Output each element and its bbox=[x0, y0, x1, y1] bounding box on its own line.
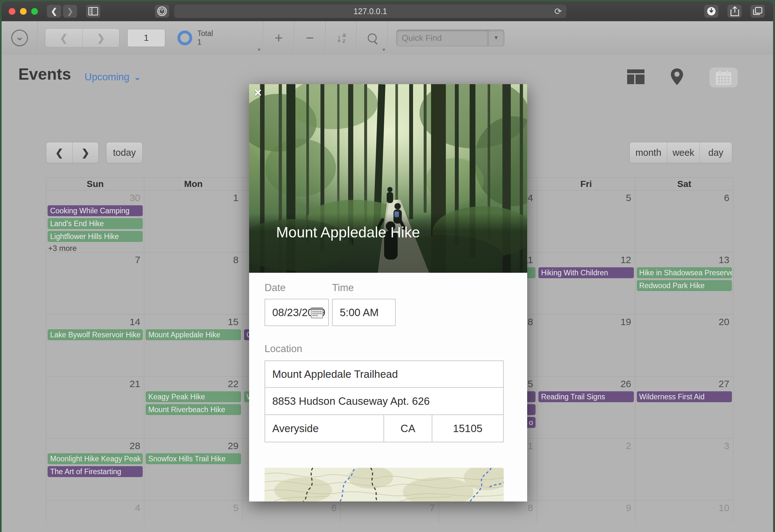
browser-window: ❮ ❯ 127.0.0.1 ⟳ bbox=[2, 1, 773, 532]
calendar-next-button[interactable]: ❯ bbox=[73, 142, 99, 163]
view-week-button[interactable]: week bbox=[667, 142, 699, 163]
quick-find-input[interactable] bbox=[397, 30, 488, 46]
calendar-event[interactable]: Land's End Hike bbox=[48, 218, 143, 229]
record-number-field[interactable] bbox=[127, 29, 165, 47]
filter-upcoming-dropdown[interactable]: Upcoming ⌄ bbox=[85, 71, 141, 83]
sidebar-toggle-button[interactable] bbox=[86, 5, 100, 18]
location-label: Location bbox=[264, 343, 302, 355]
minimize-window-button[interactable] bbox=[20, 8, 27, 15]
view-day-button[interactable]: day bbox=[699, 142, 732, 163]
calendar-day-cell[interactable]: 9 bbox=[537, 501, 635, 523]
calendar-day-cell[interactable]: 5 bbox=[144, 501, 242, 523]
calendar-day-cell[interactable]: 7 bbox=[341, 501, 439, 523]
calendar-day-cell[interactable]: 13Hike in Shadowsea PreserveRedwood Park… bbox=[636, 253, 734, 315]
today-label: today bbox=[113, 147, 136, 158]
browser-back-button[interactable]: ❮ bbox=[47, 5, 61, 18]
previous-record-button[interactable]: ❮ bbox=[45, 29, 83, 47]
downloads-button[interactable] bbox=[704, 5, 718, 18]
calendar-event[interactable]: Redwood Park Hike bbox=[637, 280, 732, 291]
extension-button[interactable] bbox=[155, 5, 169, 18]
calendar-day-cell[interactable]: 7 bbox=[46, 253, 144, 315]
calendar-view-button[interactable] bbox=[709, 67, 738, 87]
calendar-day-cell[interactable]: 28Moonlight Hike Keagy PeakThe Art of Fi… bbox=[46, 439, 144, 501]
next-record-button[interactable]: ❯ bbox=[83, 29, 120, 47]
calendar-day-cell[interactable]: 29Snowfox Hills Trail Hike bbox=[144, 439, 242, 501]
day-number: 14 bbox=[46, 315, 144, 329]
calendar-event[interactable]: Cooking While Camping bbox=[48, 205, 143, 216]
calendar-day-cell[interactable]: 2 bbox=[537, 439, 635, 501]
close-window-button[interactable] bbox=[9, 8, 15, 15]
event-title-overlay bbox=[249, 213, 527, 273]
time-field[interactable]: 5:00 AM bbox=[332, 299, 396, 326]
calendar-event[interactable]: Reading Trail Signs bbox=[539, 391, 634, 402]
calendar-event[interactable]: Keagy Peak Hike bbox=[146, 391, 241, 402]
calendar-day-cell[interactable]: 4 bbox=[46, 501, 144, 523]
record-navigation-section: ❮ ❯ Total 1 ▾ bbox=[38, 21, 263, 55]
share-icon bbox=[730, 6, 739, 16]
sort-button[interactable]: ↓ az bbox=[325, 21, 356, 55]
view-month-button[interactable]: month bbox=[630, 142, 667, 163]
calendar-day-cell[interactable]: 30Cooking While CampingLand's End HikeLi… bbox=[46, 191, 144, 253]
calendar-day-cell[interactable]: 1 bbox=[144, 191, 242, 253]
calendar-day-cell[interactable]: 19 bbox=[537, 315, 635, 377]
calendar-day-cell[interactable]: 20 bbox=[636, 315, 734, 377]
calendar-day-cell[interactable]: 15Mount Appledale Hike bbox=[144, 315, 242, 377]
calendar-event[interactable]: Hiking With Children bbox=[539, 267, 634, 278]
new-record-button[interactable]: + bbox=[263, 21, 294, 55]
calendar-event[interactable]: Lake Bywolf Reservoir Hike bbox=[48, 329, 143, 340]
calendar-event[interactable]: Mount Riverbeach Hike bbox=[146, 404, 241, 415]
find-button[interactable]: ▾ bbox=[357, 21, 388, 55]
day-number: 21 bbox=[46, 377, 144, 391]
calendar-event[interactable]: Lightflower Hills Hike bbox=[48, 231, 143, 242]
location-street-field[interactable]: 8853 Hudson Causeway Apt. 626 bbox=[264, 388, 504, 415]
calendar-prev-button[interactable]: ❮ bbox=[46, 142, 73, 163]
calendar-event[interactable]: Hike in Shadowsea Preserve bbox=[637, 267, 732, 278]
toolbar-collapse-button[interactable]: ⌄ bbox=[11, 30, 28, 46]
quick-find-dropdown-button[interactable]: ▼ bbox=[488, 30, 504, 46]
search-icon bbox=[368, 33, 377, 42]
url-bar[interactable]: 127.0.0.1 ⟳ bbox=[174, 4, 566, 18]
view-switcher: month week day bbox=[629, 142, 732, 163]
section-caret-icon[interactable]: ▾ bbox=[258, 47, 260, 53]
calendar-event[interactable]: Moonlight Hike Keagy Peak bbox=[48, 453, 143, 464]
tab-overview-button[interactable] bbox=[751, 5, 765, 18]
calendar-day-cell[interactable]: 27Wilderness First Aid bbox=[636, 377, 734, 439]
list-view-button[interactable] bbox=[627, 69, 645, 85]
calendar-event[interactable]: The Art of Firestarting bbox=[48, 466, 143, 477]
calendar-event[interactable]: Mount Appledale Hike bbox=[146, 329, 241, 340]
calendar-event[interactable]: Snowfox Hills Trail Hike bbox=[146, 453, 241, 464]
date-field[interactable]: 08/23/2019 bbox=[264, 299, 329, 326]
location-name-field[interactable]: Mount Appledale Trailhead bbox=[264, 360, 504, 388]
calendar-day-cell[interactable]: 6 bbox=[636, 191, 734, 253]
zoom-window-button[interactable] bbox=[31, 8, 38, 15]
location-map[interactable] bbox=[264, 468, 504, 501]
calendar-day-cell[interactable]: 5 bbox=[537, 191, 635, 253]
calendar-day-cell[interactable]: 26Reading Trail Signs bbox=[537, 377, 635, 439]
calendar-day-cell[interactable]: 8 bbox=[439, 501, 537, 523]
calendar-day-cell[interactable]: 6 bbox=[243, 501, 341, 523]
calendar-event[interactable]: Wilderness First Aid bbox=[637, 391, 732, 402]
city-field[interactable]: Averyside bbox=[265, 415, 384, 442]
calendar-day-cell[interactable]: 12Hiking With Children bbox=[537, 253, 635, 315]
close-icon[interactable]: ✕ bbox=[254, 87, 262, 99]
reload-icon[interactable]: ⟳ bbox=[555, 6, 562, 17]
browser-forward-button[interactable]: ❯ bbox=[63, 5, 77, 18]
share-button[interactable] bbox=[727, 5, 742, 18]
date-picker-icon[interactable] bbox=[310, 306, 324, 322]
calendar-day-cell[interactable]: 22Keagy Peak HikeMount Riverbeach Hike bbox=[144, 377, 242, 439]
calendar-day-cell[interactable]: 14Lake Bywolf Reservoir Hike bbox=[46, 315, 144, 377]
calendar-day-header: Sat bbox=[636, 178, 734, 191]
map-view-button[interactable] bbox=[671, 68, 683, 86]
state-field[interactable]: CA bbox=[384, 415, 432, 442]
delete-record-button[interactable]: − bbox=[294, 21, 325, 55]
calendar-day-cell[interactable]: 10 bbox=[636, 501, 734, 523]
today-button[interactable]: today bbox=[106, 142, 143, 163]
record-pie-icon[interactable] bbox=[177, 31, 192, 45]
calendar-day-cell[interactable]: 8 bbox=[144, 253, 242, 315]
find-caret-icon: ▾ bbox=[382, 47, 385, 53]
more-events-link[interactable]: +3 more bbox=[48, 244, 142, 253]
location-city-state-zip-row: Averyside CA 15105 bbox=[264, 415, 504, 442]
calendar-day-cell[interactable]: 21 bbox=[46, 377, 144, 439]
zip-field[interactable]: 15105 bbox=[432, 415, 503, 442]
calendar-day-cell[interactable]: 3 bbox=[636, 439, 734, 501]
